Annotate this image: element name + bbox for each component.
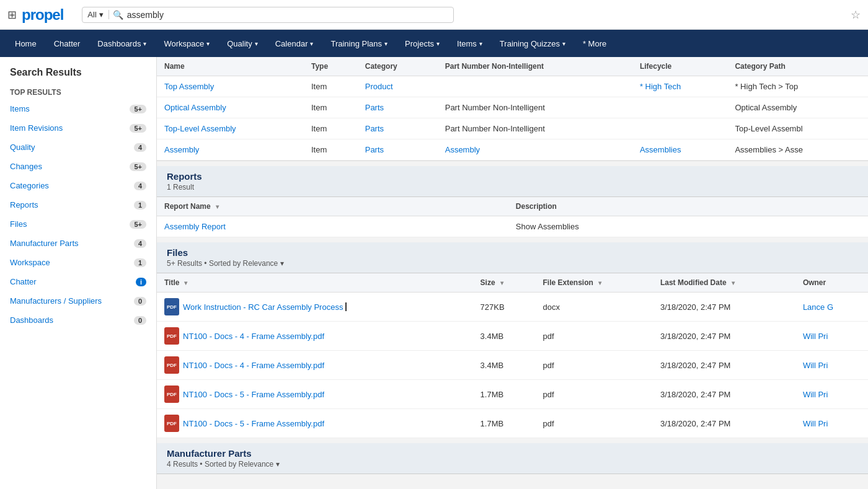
owner-link[interactable]: Lance G	[803, 302, 833, 312]
col-header-report-name[interactable]: Report Name ▾	[157, 197, 508, 216]
sidebar-item-chatter[interactable]: Chatter i	[0, 272, 156, 291]
sidebar-item-changes[interactable]: Changes 5+	[0, 157, 156, 176]
manufacturer-parts-count: 4 Results • Sorted by Relevance ▾	[167, 460, 858, 469]
item-link[interactable]: Optical Assembly	[164, 103, 226, 112]
search-all-dropdown[interactable]: All ▾	[87, 10, 108, 19]
sort-icon: ▾	[500, 280, 503, 286]
pdf-icon: PDF	[164, 415, 179, 432]
owner-link[interactable]: Will Pri	[803, 419, 828, 428]
sidebar-item-workspace[interactable]: Workspace 1	[0, 253, 156, 272]
pdf-icon: PDF	[164, 356, 179, 374]
nav-items[interactable]: Items▾	[450, 30, 490, 57]
col-header-name[interactable]: Name	[157, 57, 304, 76]
topbar-right: ☆	[851, 8, 861, 22]
nav-training-quizzes[interactable]: Training Quizzes▾	[492, 30, 573, 57]
col-header-part-number[interactable]: Part Number Non-Intelligent	[438, 57, 632, 76]
col-header-category[interactable]: Category	[358, 57, 438, 76]
nav-more[interactable]: * More	[575, 30, 614, 57]
manufacturer-parts-title: Manufacturer Parts	[167, 448, 858, 459]
main-layout: Search Results Top Results Items 5+ Item…	[0, 57, 868, 489]
table-row: Top-Level Assembly Item Parts Part Numbe…	[157, 118, 868, 139]
sort-dropdown-icon[interactable]: ▾	[280, 259, 284, 268]
nav-home[interactable]: Home	[7, 30, 44, 57]
item-link[interactable]: Top-Level Assembly	[164, 124, 236, 133]
col-header-lifecycle[interactable]: Lifecycle	[632, 57, 728, 76]
nav-dashboards[interactable]: Dashboards▾	[90, 30, 154, 57]
file-link[interactable]: Work Instruction - RC Car Assembly Proce…	[183, 302, 343, 312]
sidebar-top-results: Top Results	[0, 83, 156, 99]
category-link[interactable]: Product	[365, 82, 393, 91]
col-header-description[interactable]: Description	[508, 197, 868, 216]
search-bar: All ▾ 🔍	[82, 7, 454, 23]
table-row: PDF Work Instruction - RC Car Assembly P…	[157, 293, 868, 322]
sort-icon: ▾	[732, 280, 735, 286]
file-link[interactable]: NT100 - Docs - 4 - Frame Assembly.pdf	[183, 332, 324, 341]
file-link[interactable]: NT100 - Docs - 5 - Frame Assembly.pdf	[183, 390, 324, 399]
content-area: Name Type Category Part Number Non-Intel…	[157, 57, 868, 489]
sidebar-item-dashboards[interactable]: Dashboards 0	[0, 311, 156, 330]
col-header-title[interactable]: Title ▾	[157, 273, 473, 293]
col-header-last-modified[interactable]: Last Modified Date ▾	[653, 273, 795, 293]
sidebar-item-item-revisions[interactable]: Item Revisions 5+	[0, 118, 156, 138]
nav-training-plans[interactable]: Training Plans▾	[323, 30, 395, 57]
lifecycle-link[interactable]: * High Tech	[640, 82, 681, 91]
chevron-down-icon: ▾	[436, 40, 440, 47]
sort-dropdown-icon[interactable]: ▾	[276, 460, 280, 469]
pdf-icon: PDF	[164, 327, 179, 345]
table-row: PDF NT100 - Docs - 4 - Frame Assembly.pd…	[157, 351, 868, 380]
docx-icon: PDF	[164, 298, 179, 315]
sidebar-title: Search Results	[0, 67, 156, 83]
chevron-down-icon: ▾	[143, 40, 146, 47]
item-link[interactable]: Top Assembly	[164, 82, 214, 91]
sidebar-item-items[interactable]: Items 5+	[0, 99, 156, 118]
table-row: Top Assembly Item Product * High Tech * …	[157, 76, 868, 97]
category-link[interactable]: Parts	[365, 103, 384, 112]
file-link[interactable]: NT100 - Docs - 4 - Frame Assembly.pdf	[183, 361, 324, 370]
files-table: Title ▾ Size ▾ File Extension ▾ Last Mod…	[157, 273, 868, 438]
sidebar-item-reports[interactable]: Reports 1	[0, 195, 156, 214]
file-cell: PDF Work Instruction - RC Car Assembly P…	[164, 298, 466, 315]
favorites-icon[interactable]: ☆	[851, 8, 861, 22]
pdf-icon: PDF	[164, 385, 179, 403]
col-header-type[interactable]: Type	[304, 57, 358, 76]
chevron-down-icon: ▾	[384, 40, 388, 47]
owner-link[interactable]: Will Pri	[803, 361, 828, 370]
search-input[interactable]	[127, 10, 449, 20]
sidebar-item-manufacturers-suppliers[interactable]: Manufacturers / Suppliers 0	[0, 291, 156, 311]
sidebar-item-files[interactable]: Files 5+	[0, 214, 156, 234]
chevron-down-icon: ▾	[479, 40, 482, 47]
part-number-link[interactable]: Assembly	[445, 145, 480, 154]
file-link[interactable]: NT100 - Docs - 5 - Frame Assembly.pdf	[183, 419, 324, 428]
table-row: PDF NT100 - Docs - 5 - Frame Assembly.pd…	[157, 409, 868, 438]
nav-calendar[interactable]: Calendar▾	[268, 30, 321, 57]
nav-chatter[interactable]: Chatter	[46, 30, 88, 57]
sidebar-item-manufacturer-parts[interactable]: Manufacturer Parts 4	[0, 234, 156, 253]
chevron-down-icon: ▾	[255, 40, 258, 47]
item-link[interactable]: Assembly	[164, 145, 199, 154]
sidebar-item-quality[interactable]: Quality 4	[0, 138, 156, 157]
category-link[interactable]: Parts	[365, 145, 384, 154]
owner-link[interactable]: Will Pri	[803, 332, 828, 341]
col-header-size[interactable]: Size ▾	[473, 273, 536, 293]
nav-projects[interactable]: Projects▾	[397, 30, 447, 57]
col-header-file-extension[interactable]: File Extension ▾	[535, 273, 652, 293]
reports-table: Report Name ▾ Description Assembly Repor…	[157, 197, 868, 237]
col-header-owner[interactable]: Owner	[795, 273, 868, 293]
sidebar-item-categories[interactable]: Categories 4	[0, 176, 156, 195]
table-row: Optical Assembly Item Parts Part Number …	[157, 97, 868, 118]
table-row: PDF NT100 - Docs - 5 - Frame Assembly.pd…	[157, 380, 868, 409]
nav-workspace[interactable]: Workspace▾	[156, 30, 217, 57]
file-cell: PDF NT100 - Docs - 5 - Frame Assembly.pd…	[164, 385, 466, 403]
col-header-category-path[interactable]: Category Path	[727, 57, 868, 76]
lifecycle-link[interactable]: Assemblies	[640, 145, 681, 154]
file-cell: PDF NT100 - Docs - 4 - Frame Assembly.pd…	[164, 356, 466, 374]
report-link[interactable]: Assembly Report	[164, 222, 226, 231]
items-table: Name Type Category Part Number Non-Intel…	[157, 57, 868, 161]
files-section: Files 5+ Results • Sorted by Relevance ▾…	[157, 242, 868, 438]
nav-quality[interactable]: Quality▾	[219, 30, 265, 57]
owner-link[interactable]: Will Pri	[803, 390, 828, 399]
items-section: Name Type Category Part Number Non-Intel…	[157, 57, 868, 161]
grid-icon[interactable]: ⊞	[7, 8, 17, 22]
reports-section-header: Reports 1 Result	[157, 166, 868, 197]
category-link[interactable]: Parts	[365, 124, 384, 133]
